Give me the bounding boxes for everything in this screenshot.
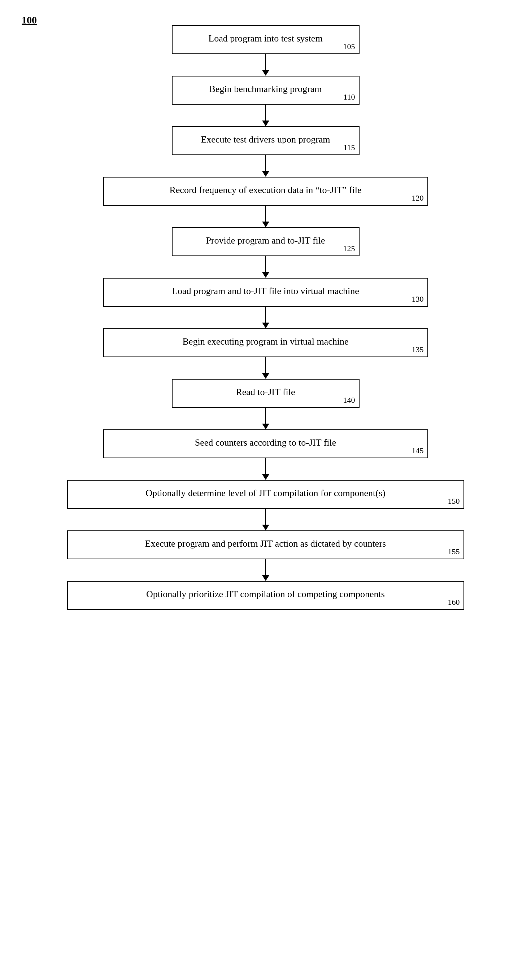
arrow-head-7 [262, 373, 269, 379]
arrow-5 [262, 256, 269, 278]
step-120: Record frequency of execution data in “t… [103, 177, 428, 206]
arrow-7 [262, 357, 269, 379]
arrow-8 [262, 408, 269, 430]
arrow-line-5 [265, 256, 266, 272]
arrow-line-1 [265, 54, 266, 70]
arrow-head-3 [262, 171, 269, 177]
step-140: Read to-JIT file140 [172, 379, 360, 408]
step-125-text: Provide program and to-JIT file [183, 234, 348, 247]
step-135-text: Begin executing program in virtual machi… [115, 336, 416, 348]
arrow-head-10 [262, 525, 269, 530]
arrow-line-7 [265, 357, 266, 373]
arrow-head-5 [262, 272, 269, 278]
step-160-text: Optionally prioritize JIT compilation of… [79, 588, 453, 600]
step-145-number: 145 [412, 446, 424, 455]
arrow-line-9 [265, 458, 266, 474]
arrow-2 [262, 105, 269, 126]
arrow-head-6 [262, 323, 269, 328]
step-130: Load program and to-JIT file into virtua… [103, 278, 428, 307]
step-135-number: 135 [412, 345, 424, 354]
step-160-number: 160 [448, 598, 460, 607]
arrow-line-4 [265, 206, 266, 221]
step-155-text: Execute program and perform JIT action a… [79, 538, 453, 550]
arrow-4 [262, 206, 269, 228]
arrow-line-3 [265, 155, 266, 171]
step-105-number: 105 [343, 42, 355, 51]
step-135: Begin executing program in virtual machi… [103, 328, 428, 357]
step-140-text: Read to-JIT file [183, 386, 348, 398]
arrow-head-11 [262, 575, 269, 581]
step-145-text: Seed counters according to to-JIT file [115, 437, 416, 449]
step-155-number: 155 [448, 547, 460, 557]
step-115-text: Execute test drivers upon program [183, 134, 348, 146]
step-145: Seed counters according to to-JIT file14… [103, 430, 428, 458]
step-125-number: 125 [343, 244, 355, 253]
diagram-container: 100 Load program into test system105Begi… [22, 14, 509, 610]
arrow-10 [262, 509, 269, 530]
step-155: Execute program and perform JIT action a… [67, 530, 464, 559]
arrow-head-2 [262, 121, 269, 126]
step-140-number: 140 [343, 396, 355, 405]
step-115: Execute test drivers upon program115 [172, 126, 360, 155]
arrow-3 [262, 155, 269, 177]
step-110-number: 110 [343, 92, 355, 102]
step-130-text: Load program and to-JIT file into virtua… [115, 285, 416, 298]
arrow-line-10 [265, 509, 266, 525]
step-150-number: 150 [448, 496, 460, 506]
step-115-number: 115 [343, 143, 355, 152]
step-150-text: Optionally determine level of JIT compil… [79, 487, 453, 500]
step-120-text: Record frequency of execution data in “t… [115, 184, 416, 196]
arrow-line-6 [265, 307, 266, 323]
step-105-text: Load program into test system [183, 32, 348, 45]
step-120-number: 120 [412, 193, 424, 203]
arrow-head-8 [262, 423, 269, 430]
flowchart: Load program into test system105Begin be… [22, 25, 509, 610]
step-160: Optionally prioritize JIT compilation of… [67, 581, 464, 610]
step-130-number: 130 [412, 294, 424, 304]
step-150: Optionally determine level of JIT compil… [67, 480, 464, 509]
arrow-head-9 [262, 474, 269, 480]
step-105: Load program into test system105 [172, 25, 360, 54]
arrow-head-1 [262, 70, 269, 76]
figure-label: 100 [22, 14, 37, 26]
arrow-line-11 [265, 559, 266, 575]
arrow-line-8 [265, 408, 266, 423]
arrow-head-4 [262, 221, 269, 228]
arrow-1 [262, 54, 269, 76]
arrow-11 [262, 559, 269, 581]
arrow-line-2 [265, 105, 266, 121]
arrow-6 [262, 307, 269, 328]
arrow-9 [262, 458, 269, 480]
step-110: Begin benchmarking program110 [172, 76, 360, 105]
step-110-text: Begin benchmarking program [183, 83, 348, 95]
step-125: Provide program and to-JIT file125 [172, 228, 360, 256]
